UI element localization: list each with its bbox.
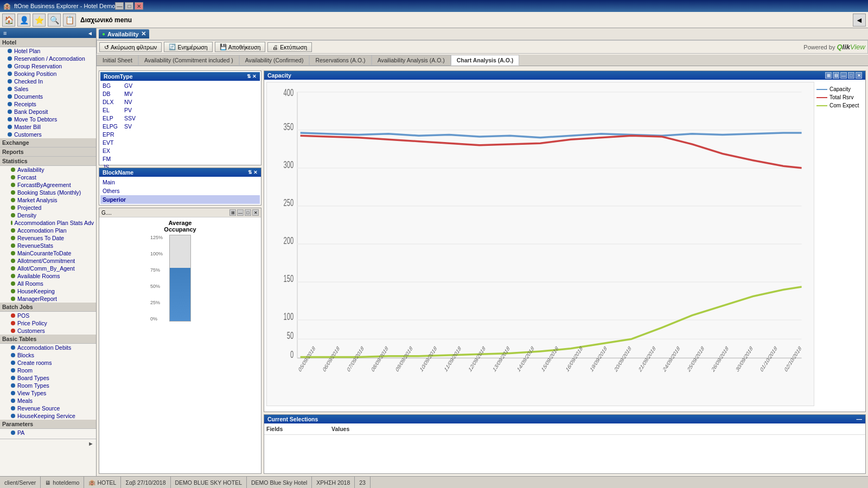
filter-item-epr[interactable]: EPR	[100, 131, 120, 138]
selections-minimize-icon[interactable]: —	[857, 416, 863, 422]
sidebar-item-price-policy[interactable]: Price Policy	[0, 319, 96, 327]
star-icon[interactable]: ⭐	[33, 14, 46, 27]
sidebar-item-availability[interactable]: Availability	[0, 166, 96, 174]
chart-icon-maximize[interactable]: □	[848, 72, 854, 79]
sidebar-item-revenue-stats[interactable]: RevenueStats	[0, 242, 96, 249]
sidebar-item-allot-comm-agent[interactable]: Allot/Comm_By_Agent	[0, 265, 96, 272]
sidebar-item-board-types[interactable]: Board Types	[0, 374, 96, 382]
sidebar-item-revenues-to-date[interactable]: Revenues To Date	[0, 234, 96, 242]
sidebar-item-pa[interactable]: PA	[0, 429, 96, 436]
sidebar-item-accom-stats[interactable]: Accommodation Plan Stats Adv	[0, 219, 96, 227]
sidebar-item-meals[interactable]: Meals	[0, 397, 96, 404]
filter-item-pv[interactable]: PV	[122, 106, 138, 114]
sidebar-item-group-reservation[interactable]: Group Reservation	[0, 62, 96, 70]
filter-item-mv[interactable]: MV	[122, 90, 138, 98]
filter-item-sv[interactable]: SV	[122, 123, 138, 130]
filter-item-elp[interactable]: ELP	[100, 114, 120, 122]
chart-icon-bar[interactable]: ⊟	[833, 72, 839, 79]
tab-availability-confirmed[interactable]: Availability (Confirmed)	[239, 55, 310, 66]
sidebar-item-manager-report[interactable]: ManagerReport	[0, 295, 96, 303]
settings-icon[interactable]: 📋	[63, 14, 76, 27]
sidebar-item-room[interactable]: Room	[0, 367, 96, 374]
minimize-button[interactable]: —	[115, 2, 124, 10]
blockname-item-main[interactable]: Main	[100, 178, 260, 187]
sidebar-item-allotment[interactable]: Allotment/Commitment	[0, 257, 96, 265]
maximize-button[interactable]: □	[125, 2, 133, 10]
filter-item-db[interactable]: DB	[100, 90, 120, 98]
sidebar-item-forcast-by-agreement[interactable]: ForcastByAgreement	[0, 181, 96, 189]
filter-item-ssv[interactable]: SSV	[122, 114, 138, 122]
sidebar-item-reservation[interactable]: Reservation / Accomodation	[0, 55, 96, 62]
sidebar-item-view-types[interactable]: View Types	[0, 389, 96, 397]
tab-availability-commitment[interactable]: Availability (Commitment included )	[138, 55, 239, 66]
sidebar-item-projected[interactable]: Projected	[0, 204, 96, 211]
doc-close-icon[interactable]: ✕	[141, 30, 146, 37]
sidebar-item-housekeeping[interactable]: HouseKeeping	[0, 287, 96, 295]
sidebar-item-customers-hotel[interactable]: Customers	[0, 131, 96, 138]
filter-item-nv[interactable]: NV	[122, 98, 138, 106]
gauge-icon-close[interactable]: ✕	[252, 209, 259, 216]
tab-initial-sheet[interactable]: Initial Sheet	[97, 55, 138, 66]
close-button[interactable]: ✕	[135, 2, 143, 10]
sidebar-item-booking-status[interactable]: Booking Status (Monthly)	[0, 189, 96, 196]
collapse-sidebar-icon[interactable]: ◄	[853, 14, 866, 27]
sidebar-item-hotel-plan[interactable]: Hotel Plan	[0, 47, 96, 55]
sidebar-item-blocks[interactable]: Blocks	[0, 351, 96, 359]
filter-item-dlx[interactable]: DLX	[100, 98, 120, 106]
sidebar-item-market-analysis[interactable]: Market Analysis	[0, 196, 96, 204]
filter-item-fm[interactable]: FM	[100, 155, 120, 163]
sidebar-item-room-types[interactable]: Room Types	[0, 382, 96, 389]
gauge-icon-table[interactable]: ⊞	[229, 209, 236, 216]
sidebar-expand-button[interactable]: ►	[88, 440, 94, 447]
sidebar-item-forcast[interactable]: Forcast	[0, 174, 96, 181]
sidebar-collapse-button[interactable]: ◄	[87, 30, 93, 36]
sidebar-item-customers-batch[interactable]: Customers	[0, 327, 96, 335]
save-button[interactable]: 💾 Αποθήκευση	[215, 42, 266, 52]
sidebar-item-sales[interactable]: Sales	[0, 85, 96, 93]
chart-icon-minimize[interactable]: —	[840, 72, 847, 79]
filter-item-elpg[interactable]: ELPG	[100, 123, 120, 130]
update-button[interactable]: 🔄 Ενημέρωση	[164, 42, 212, 52]
cancel-filters-button[interactable]: ↺ Ακύρωση φίλτρων	[99, 42, 162, 52]
tab-availability-analysis[interactable]: Availiability Analysis (A.O.)	[372, 55, 451, 66]
room-type-sort-icon[interactable]: ⇅	[247, 74, 251, 79]
sidebar-item-density[interactable]: Density	[0, 211, 96, 219]
filter-item-el[interactable]: EL	[100, 106, 120, 114]
home-icon[interactable]: 🏠	[2, 14, 15, 27]
chart-icon-table[interactable]: ⊞	[825, 72, 832, 79]
filter-item-ex[interactable]: EX	[100, 147, 120, 155]
filter-item-bg[interactable]: BG	[100, 82, 120, 89]
sidebar-item-accomodation-plan[interactable]: Accomodation Plan	[0, 227, 96, 234]
sidebar-item-master-bill[interactable]: Master Bill	[0, 123, 96, 131]
sidebar-item-bank-deposit[interactable]: Bank Deposit	[0, 108, 96, 115]
blockname-close-icon[interactable]: ✕	[253, 170, 258, 175]
sidebar-item-move-to-debtors[interactable]: Move To Debtors	[0, 115, 96, 123]
sidebar-item-accomodation-debits[interactable]: Accomodation Debits	[0, 344, 96, 351]
blockname-item-superior[interactable]: Superior	[100, 195, 260, 204]
sidebar-item-booking-position[interactable]: Booking Position	[0, 70, 96, 78]
doc-window-tab[interactable]: ● Availability ✕	[99, 29, 149, 38]
sidebar-item-main-courant[interactable]: MainCouranteToDate	[0, 249, 96, 257]
sidebar-item-pos[interactable]: POS	[0, 312, 96, 319]
print-button[interactable]: 🖨 Εκτύπωση	[267, 42, 312, 52]
search-icon[interactable]: 🔍	[48, 14, 61, 27]
gauge-icon-minus[interactable]: —	[237, 209, 244, 216]
blockname-sort-icon[interactable]: ⇅	[248, 170, 252, 175]
filter-item-gv[interactable]: GV	[122, 82, 138, 89]
sidebar-item-create-rooms[interactable]: Create rooms	[0, 359, 96, 367]
sidebar-item-revenue-source[interactable]: Revenue Source	[0, 404, 96, 412]
user-icon[interactable]: 👤	[17, 14, 30, 27]
sidebar-item-receipts[interactable]: Receipts	[0, 100, 96, 108]
blockname-item-others[interactable]: Others	[100, 187, 260, 195]
filter-item-evt[interactable]: EVT	[100, 139, 120, 146]
sidebar-item-housekeeping-service[interactable]: HouseKeeping Service	[0, 412, 96, 420]
tab-reservations-ao[interactable]: Reservations (A.O.)	[309, 55, 371, 66]
sidebar-item-available-rooms[interactable]: Available Rooms	[0, 272, 96, 280]
gauge-icon-maximize[interactable]: □	[245, 209, 251, 216]
sidebar-item-checked-in[interactable]: Checked In	[0, 78, 96, 85]
sidebar-item-all-rooms[interactable]: All Rooms	[0, 280, 96, 287]
chart-icon-close[interactable]: ✕	[856, 72, 862, 79]
tab-chart-analysis[interactable]: Chart Analysis (A.O.)	[451, 55, 520, 66]
sidebar-item-documents[interactable]: Documents	[0, 93, 96, 100]
room-type-close-icon[interactable]: ✕	[252, 74, 257, 79]
